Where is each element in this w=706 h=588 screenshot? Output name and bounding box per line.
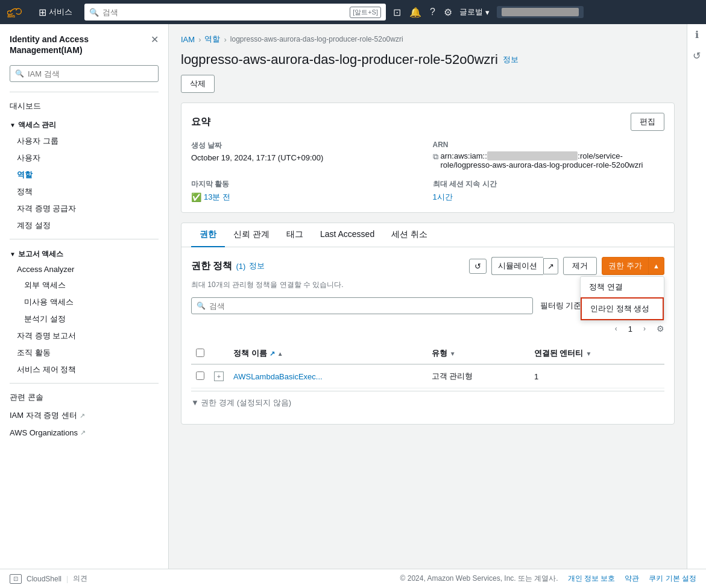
pagination-settings-icon[interactable]: ⚙	[657, 324, 664, 334]
th-expand	[209, 343, 229, 364]
top-navigation: aws ⊞ 서비스 🔍 [알트+S] ⊡ 🔔 ? ⚙ 글로벌 ▾ ███████…	[0, 0, 706, 24]
tab-session-revoke[interactable]: 세션 취소	[383, 223, 436, 247]
edit-button[interactable]: 편집	[631, 113, 664, 131]
sidebar-item-aws-org[interactable]: AWS Organizations ↗	[0, 425, 168, 441]
attached-sort-icon[interactable]: ▼	[586, 350, 592, 357]
attach-policy-item[interactable]: 정책 연결	[581, 277, 664, 297]
sidebar-search-input[interactable]	[28, 69, 153, 78]
th-attached[interactable]: 연결된 엔터티 ▼	[529, 343, 664, 364]
remove-button[interactable]: 제거	[563, 257, 597, 275]
help-icon[interactable]: ?	[430, 7, 435, 17]
sidebar-close-button[interactable]: ✕	[151, 34, 159, 45]
terminal-icon[interactable]: ⊡	[393, 7, 401, 18]
sidebar-divider-mid	[10, 239, 159, 239]
settings-icon[interactable]: ⚙	[444, 7, 452, 18]
breadcrumb-iam-link[interactable]: IAM	[181, 35, 195, 44]
bell-icon[interactable]: 🔔	[409, 7, 421, 18]
policy-actions: ↺ 시뮬레이션 ↗ 제거 권한 주가 ▲	[469, 257, 664, 275]
svg-text:aws: aws	[7, 14, 15, 18]
arn-item: ARN ⧉ arn:aws:iam::████████████:role/ser…	[433, 141, 665, 169]
services-menu[interactable]: ⊞ 서비스	[34, 4, 77, 21]
arn-copy-icon[interactable]: ⧉	[433, 152, 438, 162]
create-inline-policy-item[interactable]: 인라인 정책 생성	[581, 297, 664, 320]
sidebar-search-bar[interactable]: 🔍	[10, 65, 159, 82]
tab-tags[interactable]: 태그	[278, 223, 312, 247]
search-input[interactable]	[102, 8, 346, 17]
search-shortcut: [알트+S]	[350, 7, 381, 18]
tab-permissions[interactable]: 권한	[191, 223, 225, 247]
sidebar-item-org-activity[interactable]: 조직 활동	[0, 344, 168, 361]
last-activity-link[interactable]: 13분 전	[204, 192, 230, 203]
feedback-label[interactable]: 의견	[73, 574, 87, 584]
policy-search-bar[interactable]: 🔍	[191, 297, 533, 314]
sidebar-item-users[interactable]: 사용자	[0, 150, 168, 166]
sidebar-item-policies[interactable]: 정책	[0, 183, 168, 200]
sidebar-item-identity-providers[interactable]: 자격 증명 공급자	[0, 200, 168, 217]
sidebar-item-iam-identity-center[interactable]: IAM 자격 증명 센터 ↗	[0, 406, 168, 425]
sidebar-item-credential-report[interactable]: 자격 증명 보고서	[0, 327, 168, 344]
page-number: 1	[628, 324, 632, 334]
summary-title: 요약	[191, 116, 210, 128]
sidebar-item-dashboard[interactable]: 대시보드	[0, 97, 168, 115]
select-all-checkbox[interactable]	[196, 349, 204, 357]
terms-link[interactable]: 약관	[625, 574, 639, 584]
pagination: ‹ 1 › ⚙	[191, 321, 664, 336]
cloudshell-label[interactable]: CloudShell	[27, 575, 61, 583]
external-link-icon-iam: ↗	[80, 412, 85, 420]
arn-value: ⧉ arn:aws:iam::████████████:role/service…	[433, 151, 665, 169]
add-permission-button[interactable]: 권한 주가 ▲	[602, 257, 664, 275]
account-menu[interactable]: ████████	[497, 6, 584, 18]
cookie-link[interactable]: 쿠키 기본 설정	[649, 574, 696, 584]
section-more[interactable]: ▼ 권한 경계 (설정되지 않음)	[191, 391, 664, 414]
sidebar-item-analyzer-settings[interactable]: 분석기 설정	[0, 311, 168, 327]
row-checkbox[interactable]	[196, 371, 204, 380]
simulation-button[interactable]: 시뮬레이션 ↗	[491, 257, 558, 275]
policy-title: 권한 정책	[191, 260, 232, 273]
global-region-selector[interactable]: 글로벌 ▾	[459, 7, 490, 17]
refresh-panel-icon[interactable]: ↺	[693, 50, 701, 62]
delete-button[interactable]: 삭제	[181, 75, 215, 93]
content-area: IAM › 역할 › logpresso-aws-aurora-das-log-…	[169, 24, 687, 569]
prev-page-button[interactable]: ‹	[609, 321, 623, 336]
creation-date-item: 생성 날짜 October 19, 2024, 17:17 (UTC+09:00…	[191, 141, 423, 169]
max-session-item: 최대 세션 지속 시간 1시간	[433, 179, 665, 203]
info-panel-icon[interactable]: ℹ	[695, 29, 699, 40]
last-activity-label: 마지막 활동	[191, 179, 423, 189]
global-search-bar[interactable]: 🔍 [알트+S]	[84, 4, 386, 21]
sidebar-item-unused-access[interactable]: 미사용 액세스	[0, 294, 168, 311]
max-session-value[interactable]: 1시간	[433, 192, 665, 203]
summary-card: 요약 편집 생성 날짜 October 19, 2024, 17:17 (UTC…	[181, 103, 675, 213]
row-type-cell: 고객 관리형	[427, 364, 529, 388]
th-type[interactable]: 유형 ▼	[427, 343, 529, 364]
privacy-link[interactable]: 개인 정보 보호	[568, 574, 616, 584]
policy-search-input[interactable]	[209, 302, 528, 311]
main-layout: Identity and Access Management(IAM) ✕ 🔍 …	[0, 24, 706, 569]
next-page-button[interactable]: ›	[637, 321, 652, 336]
cloudshell-icon: ⊡	[10, 574, 22, 584]
refresh-button[interactable]: ↺	[469, 259, 487, 274]
tab-trust[interactable]: 신뢰 관계	[225, 223, 278, 247]
sidebar-item-account-settings[interactable]: 계정 설정	[0, 217, 168, 234]
policy-name-link[interactable]: AWSLambdaBasicExec...	[233, 372, 323, 381]
aws-logo[interactable]: aws	[7, 6, 27, 18]
sidebar-item-user-groups[interactable]: 사용자 그룹	[0, 133, 168, 150]
sidebar-item-access-analyzer[interactable]: Access Analyzer	[0, 262, 168, 277]
summary-grid: 생성 날짜 October 19, 2024, 17:17 (UTC+09:00…	[191, 141, 664, 203]
sidebar-item-external-access[interactable]: 외부 액세스	[0, 277, 168, 294]
tab-last-accessed[interactable]: Last Accessed	[312, 223, 383, 247]
nav-icons: ⊡ 🔔 ? ⚙	[393, 7, 452, 18]
policy-name-sort-icon[interactable]: ▲	[277, 350, 283, 357]
breadcrumb-roles-link[interactable]: 역할	[204, 34, 220, 45]
policy-title-row: 권한 정책 (1) 정보	[191, 260, 265, 273]
sidebar-item-related-console[interactable]: 관련 콘솔	[0, 388, 168, 406]
sidebar-item-scp[interactable]: 서비스 제어 정책	[0, 361, 168, 378]
table-header-row: 정책 이름 ↗ ▲ 유형 ▼	[191, 343, 664, 364]
policy-count[interactable]: (1)	[236, 262, 245, 271]
th-policy-name[interactable]: 정책 이름 ↗ ▲	[229, 343, 427, 364]
type-sort-icon[interactable]: ▼	[450, 350, 456, 357]
policy-info-link[interactable]: 정보	[249, 261, 265, 271]
sidebar-item-roles[interactable]: 역할	[0, 166, 168, 183]
row-expand-icon[interactable]: +	[214, 371, 224, 381]
page-info-link[interactable]: 정보	[503, 54, 518, 65]
external-link-icon-org: ↗	[80, 429, 86, 437]
